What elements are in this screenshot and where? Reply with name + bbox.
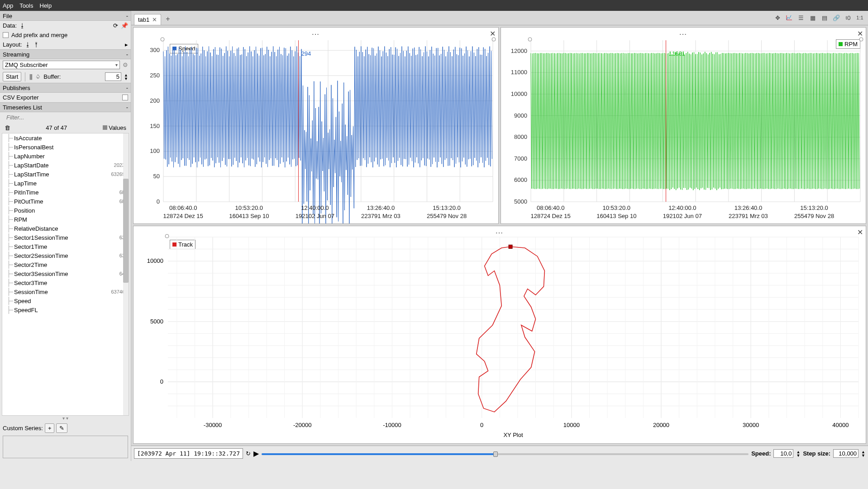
grid-tool-icon[interactable]: ▤ (819, 13, 830, 23)
menu-app[interactable]: App (3, 2, 13, 9)
speed-input[interactable]: 10,0 (773, 449, 793, 458)
list-item[interactable]: LapStartDate2023 (2, 161, 129, 170)
tab-tab1[interactable]: tab1 ✕ (134, 14, 161, 25)
csv-exporter-checkbox[interactable] (122, 95, 128, 100)
file-header[interactable]: File- (0, 11, 131, 21)
loop-icon[interactable]: ↻ (246, 450, 251, 457)
list-item[interactable]: SpeedFL (2, 305, 129, 314)
stream-settings-icon[interactable]: ⚙ (123, 62, 128, 68)
list-item[interactable]: Speed (2, 296, 129, 305)
timeseries-list[interactable]: IsAccurateIsPersonalBestLapNumberLapStar… (2, 133, 129, 416)
speed-stepper[interactable]: ▲▼ (796, 450, 800, 457)
svg-text:160413 Sep 10: 160413 Sep 10 (229, 213, 269, 219)
list-item[interactable]: LapTime (2, 179, 129, 188)
list-item[interactable]: RelativeDistance (2, 224, 129, 233)
plot-track[interactable]: ... ✕ Track 0500010000-30000-20000-10000… (133, 226, 866, 444)
t0-tool-icon[interactable]: t0 (843, 13, 854, 23)
data-load-icon[interactable]: ⭳ (19, 22, 25, 29)
list-item[interactable]: Sector3Time (2, 278, 129, 287)
pause-icon[interactable]: ‖ (29, 73, 33, 80)
start-button[interactable]: Start (3, 72, 21, 81)
zoom11-tool-icon[interactable]: 1:1 (854, 13, 865, 23)
list-item[interactable]: Sector3SessionTime64 (2, 269, 129, 278)
list-item[interactable]: Sector2Time (2, 260, 129, 269)
time-slider[interactable] (262, 451, 749, 456)
list-item[interactable]: SessionTime63746 (2, 287, 129, 296)
close-tab-icon[interactable]: ✕ (152, 16, 157, 23)
list-item[interactable]: PitOutTime68 (2, 197, 129, 206)
layout-save-icon[interactable]: ⭱ (33, 41, 39, 48)
list-item[interactable]: LapStartTime63269 (2, 170, 129, 179)
scrollbar-thumb[interactable] (123, 179, 129, 283)
custom-series-box[interactable] (3, 436, 128, 458)
link-tool-icon[interactable]: 🔗 (831, 13, 842, 23)
list-item[interactable]: RPM (2, 215, 129, 224)
add-tab-button[interactable]: + (161, 13, 174, 25)
list-item[interactable]: Sector1Time (2, 242, 129, 251)
plot-rpm[interactable]: ... ✕ RPM 500060007000800090001000011000… (501, 27, 866, 224)
list-item[interactable]: IsPersonalBest (2, 142, 129, 152)
list-tool-icon[interactable]: ☰ (796, 13, 806, 23)
stream-source-select[interactable]: ZMQ Subscriber (3, 61, 120, 69)
csv-exporter-label: CSV Exporter (3, 94, 38, 101)
svg-text:-10000: -10000 (383, 422, 401, 428)
svg-text:13:26:40.0: 13:26:40.0 (734, 204, 762, 211)
bell-icon[interactable]: ♤ (35, 73, 41, 80)
menu-help[interactable]: Help (40, 2, 52, 9)
svg-text:15:13:20.0: 15:13:20.0 (433, 204, 460, 211)
add-series-button[interactable]: + (45, 423, 55, 433)
buffer-stepper[interactable]: ▲▼ (124, 73, 128, 81)
item-count: 47 of 47 (46, 124, 67, 131)
values-label: Values (109, 124, 126, 131)
layout-load-icon[interactable]: ⭳ (25, 41, 31, 48)
play-button[interactable]: ▶ (253, 449, 259, 458)
svg-text:0: 0 (160, 378, 163, 385)
plot-speed[interactable]: ... ✕ Speed 05010015020025030029408:06:4… (133, 27, 499, 224)
svg-text:XY Plot: XY Plot (503, 432, 523, 438)
timeseries-header-label: Timeseries List (3, 104, 42, 111)
prefix-merge-checkbox[interactable] (3, 32, 9, 38)
list-item[interactable]: PitInTime68 (2, 188, 129, 197)
svg-text:10000: 10000 (563, 422, 580, 428)
svg-text:0: 0 (157, 198, 160, 205)
axes-tool-icon[interactable] (784, 13, 795, 23)
timeseries-header[interactable]: Timeseries List- (0, 102, 131, 112)
svg-text:08:06:40.0: 08:06:40.0 (537, 204, 564, 211)
list-item[interactable]: LapNumber (2, 152, 129, 161)
move-tool-icon[interactable]: ✥ (772, 13, 783, 23)
list-item[interactable]: Sector1SessionTime63 (2, 233, 129, 242)
svg-text:223791 Mrz 03: 223791 Mrz 03 (729, 213, 768, 219)
calendar-tool-icon[interactable]: ▦ (807, 13, 818, 23)
tab-label: tab1 (138, 16, 149, 23)
content-area: tab1 ✕ + ✥ ☰ ▦ ▤ 🔗 t0 1:1 ... ✕ Speed (131, 11, 868, 461)
list-item[interactable]: IsAccurate (2, 133, 129, 142)
svg-text:20000: 20000 (653, 422, 669, 428)
publishers-header[interactable]: Publishers- (0, 83, 131, 93)
buffer-input[interactable]: 5 (105, 72, 121, 81)
svg-rect-156 (509, 245, 512, 248)
svg-text:200: 200 (150, 97, 160, 104)
menu-tools[interactable]: Tools (19, 2, 33, 9)
file-header-label: File (3, 13, 12, 19)
step-stepper[interactable]: ▲▼ (861, 450, 865, 457)
svg-text:12:40:00.0: 12:40:00.0 (301, 204, 329, 211)
trash-icon[interactable]: 🗑 (5, 124, 10, 131)
filter-input[interactable] (0, 112, 131, 123)
speed-label: Speed: (751, 450, 771, 457)
step-label: Step size: (803, 450, 830, 457)
svg-text:08:06:40.0: 08:06:40.0 (169, 204, 197, 211)
streaming-header[interactable]: Streaming- (0, 49, 131, 59)
svg-text:11000: 11000 (511, 69, 527, 76)
layout-menu-icon[interactable]: ▸ (125, 41, 128, 48)
values-toggle-icon[interactable] (103, 125, 107, 130)
svg-text:294: 294 (301, 50, 311, 57)
svg-text:6000: 6000 (514, 176, 527, 183)
refresh-icon[interactable]: ⟳ (113, 22, 118, 29)
plot-toolbar: ✥ ☰ ▦ ▤ 🔗 t0 1:1 (772, 13, 865, 23)
list-item[interactable]: Sector2SessionTime63 (2, 251, 129, 260)
list-item[interactable]: Position (2, 206, 129, 215)
pin-icon[interactable]: 📌 (121, 22, 128, 29)
edit-series-button[interactable]: ✎ (56, 423, 67, 433)
svg-text:255479 Nov 28: 255479 Nov 28 (427, 213, 467, 219)
step-input[interactable]: 10,000 (833, 449, 858, 458)
